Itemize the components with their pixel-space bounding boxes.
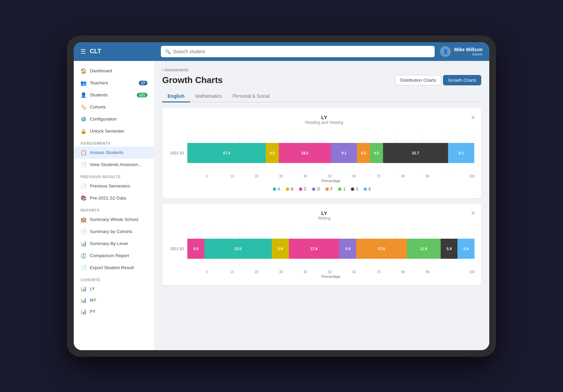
legend-item: 1 bbox=[338, 187, 346, 191]
chart-ly-icon: 📊 bbox=[80, 286, 86, 292]
sidebar-item-assess-students[interactable]: 📋 Assess Students bbox=[74, 147, 154, 159]
topbar-left: ☰ CLT bbox=[80, 48, 161, 55]
tab-personal[interactable]: Personal & Social bbox=[227, 91, 275, 102]
bar-segment: 27.3 bbox=[187, 143, 266, 163]
search-bar: 🔍 bbox=[161, 46, 435, 57]
bar-segment: 23.5 bbox=[204, 239, 272, 259]
legend-item: 3 bbox=[351, 187, 358, 191]
breadcrumb-text: Assessments bbox=[165, 68, 188, 72]
sidebar-item-previous-semesters[interactable]: 📄 Previous Semesters bbox=[74, 180, 154, 192]
sidebar-cohort-ly[interactable]: 📊 LY bbox=[74, 283, 154, 295]
sidebar-cohort-py[interactable]: 📊 PY bbox=[74, 306, 154, 317]
bar-segment: 4.5 bbox=[370, 143, 383, 163]
cohorts-icon: 🏷️ bbox=[80, 104, 86, 110]
bar-segment: 22.7 bbox=[383, 143, 448, 163]
page-header: Growth Charts Distribution Charts Growth… bbox=[162, 75, 481, 85]
bar-segment: 5.9 bbox=[272, 239, 289, 259]
search-input[interactable] bbox=[173, 49, 431, 54]
chart1-menu-icon[interactable]: ≡ bbox=[472, 114, 475, 121]
chart-py-icon: 📊 bbox=[80, 309, 86, 315]
pre2021-icon: 📚 bbox=[80, 195, 86, 201]
previous-results-label: PREVIOUS RESULTS bbox=[74, 171, 154, 180]
sidebar-item-cohorts[interactable]: 🏷️ Cohorts bbox=[74, 101, 154, 113]
sidebar-item-teachers[interactable]: 👥 Teachers 17 bbox=[74, 77, 154, 89]
header-buttons: Distribution Charts Growth Charts bbox=[395, 75, 481, 85]
growth-charts-button[interactable]: Growth Charts bbox=[443, 75, 481, 85]
bar-segment: 5.9 bbox=[441, 239, 458, 259]
content-area: ‹ Assessments Growth Charts Distribution… bbox=[154, 61, 489, 350]
chart2-x-label: Percentage bbox=[187, 275, 475, 279]
chart1-bar-row: 2021.S2 27.34.518.29.14.54.522.79.1 bbox=[169, 143, 475, 163]
topbar: ☰ CLT 🔍 👤 Mike Willson Admin bbox=[74, 42, 489, 61]
teachers-icon: 👥 bbox=[80, 80, 86, 86]
cohorts-section-label: COHORTS bbox=[74, 274, 154, 283]
sidebar-item-summary-cohorts[interactable]: 📄 Summary by Cohorts bbox=[74, 226, 154, 238]
user-info: Mike Willson Admin bbox=[454, 47, 483, 56]
school-icon: 🏫 bbox=[80, 217, 86, 223]
cohorts-report-icon: 📄 bbox=[80, 229, 86, 235]
chart1-legend: ABCDF136 bbox=[169, 187, 475, 191]
main-layout: 🏠 Dashboard 👥 Teachers 17 👤 Students 121… bbox=[74, 61, 489, 350]
chart1-subtitle: Reading and Viewing bbox=[177, 120, 472, 125]
sidebar-item-unlock[interactable]: 🔒 Unlock Semester bbox=[74, 125, 154, 137]
tab-mathematics[interactable]: Mathematics bbox=[190, 91, 227, 102]
sidebar-item-students[interactable]: 👤 Students 121 bbox=[74, 89, 154, 101]
chart2-bar-row: 2021.S2 5.923.55.917.65.917.611.85.95.9 bbox=[169, 239, 475, 259]
distribution-charts-button[interactable]: Distribution Charts bbox=[395, 75, 441, 85]
export-icon: 📄 bbox=[80, 265, 86, 271]
level-icon: 📊 bbox=[80, 241, 86, 247]
sidebar: 🏠 Dashboard 👥 Teachers 17 👤 Students 121… bbox=[74, 61, 154, 350]
sidebar-item-summary-whole[interactable]: 🏫 Summary Whole School bbox=[74, 214, 154, 226]
chart2-subtitle: Writing bbox=[177, 216, 472, 221]
app-title: CLT bbox=[90, 48, 101, 55]
assessments-section-label: ASSESSMENTS bbox=[74, 137, 154, 147]
breadcrumb[interactable]: ‹ Assessments bbox=[162, 68, 481, 72]
legend-item: A bbox=[273, 187, 280, 191]
bar-segment: 17.6 bbox=[289, 239, 339, 259]
chart1-header: LY Reading and Viewing ≡ bbox=[169, 114, 475, 130]
topbar-right: 👤 Mike Willson Admin bbox=[440, 46, 483, 57]
students-icon: 👤 bbox=[80, 92, 86, 98]
chart2-menu-icon[interactable]: ≡ bbox=[472, 210, 475, 216]
chart1-x-axis: 0 10 20 30 40 50 60 70 80 90 100 bbox=[187, 174, 475, 178]
breadcrumb-arrow: ‹ bbox=[162, 68, 165, 72]
bar-segment: 18.2 bbox=[279, 143, 331, 163]
sidebar-item-configuration[interactable]: ⚙️ Configuration bbox=[74, 113, 154, 125]
sidebar-item-comparison[interactable]: ⚖️ Comparison Report bbox=[74, 250, 154, 262]
chart1-row-label: 2021.S2 bbox=[169, 151, 187, 155]
chart-reading-viewing: LY Reading and Viewing ≡ bbox=[162, 108, 481, 198]
sidebar-item-export[interactable]: 📄 Export Student Result bbox=[74, 262, 154, 274]
tab-english[interactable]: English bbox=[162, 91, 190, 102]
search-icon: 🔍 bbox=[165, 49, 171, 54]
bar-segment: 17.6 bbox=[356, 239, 407, 259]
sidebar-item-pre2021[interactable]: 📚 Pre-2021.S2 Data bbox=[74, 192, 154, 204]
chart2-header: LY Writing ≡ bbox=[169, 210, 475, 226]
bar-segment: 5.9 bbox=[187, 239, 204, 259]
chart2-bar: 5.923.55.917.65.917.611.85.95.9 bbox=[187, 239, 475, 259]
chart-my-icon: 📊 bbox=[80, 297, 86, 303]
bar-segment: 4.5 bbox=[266, 143, 279, 163]
chart1-title: LY bbox=[177, 114, 472, 120]
chart2-title: LY bbox=[177, 210, 472, 216]
reports-label: REPORTS bbox=[74, 204, 154, 214]
home-icon: 🏠 bbox=[80, 68, 86, 74]
assess-icon: 📋 bbox=[80, 150, 86, 156]
bar-segment: 9.1 bbox=[448, 143, 474, 163]
sidebar-item-dashboard[interactable]: 🏠 Dashboard bbox=[74, 65, 154, 77]
legend-item: F bbox=[325, 187, 333, 191]
bar-segment: 5.9 bbox=[457, 239, 475, 259]
students-badge: 121 bbox=[137, 93, 147, 97]
view-icon: 📄 bbox=[80, 162, 86, 168]
previous-icon: 📄 bbox=[80, 183, 86, 189]
user-role: Admin bbox=[472, 52, 483, 56]
hamburger-icon[interactable]: ☰ bbox=[80, 48, 86, 55]
sidebar-item-summary-level[interactable]: 📊 Summary By Level bbox=[74, 238, 154, 250]
sidebar-cohort-my[interactable]: 📊 MY bbox=[74, 295, 154, 306]
legend-item: 6 bbox=[364, 187, 371, 191]
avatar: 👤 bbox=[440, 46, 451, 57]
sidebar-item-view-students[interactable]: 📄 View Students Assessm... bbox=[74, 159, 154, 171]
chart-writing: LY Writing ≡ bbox=[162, 204, 481, 285]
bar-segment: 11.8 bbox=[407, 239, 441, 259]
legend-item: D bbox=[312, 187, 320, 191]
legend-item: C bbox=[299, 187, 307, 191]
